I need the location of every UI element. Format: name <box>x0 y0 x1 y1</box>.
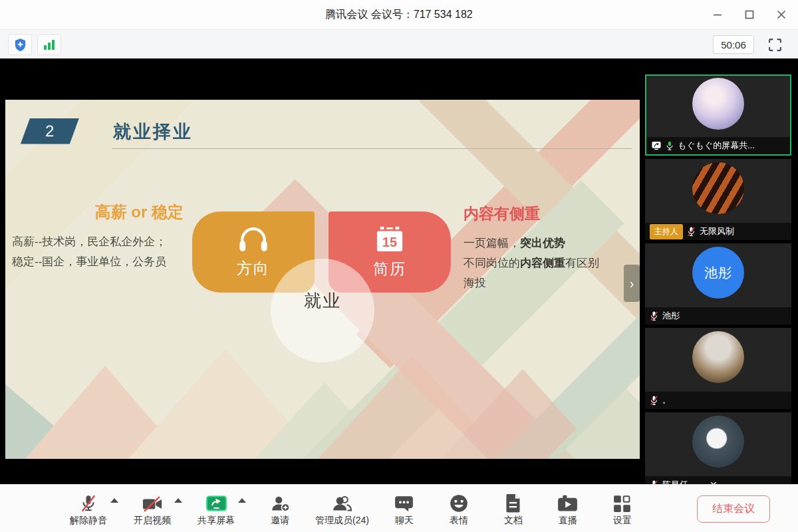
settings-icon <box>613 495 631 513</box>
participant-tile-host[interactable]: 主持人 无限风制 <box>645 159 791 240</box>
slide-right-line3: 海投 <box>464 273 638 293</box>
participant-namebar: もぐもぐ的屏幕共... <box>646 137 790 154</box>
security-shield-icon <box>14 38 27 52</box>
live-stream-button[interactable]: 直播 <box>549 487 587 530</box>
calendar-icon: 15 <box>374 225 406 253</box>
slide-right-heading: 内容有侧重 <box>464 203 638 224</box>
settings-button[interactable]: 设置 <box>603 487 642 530</box>
start-video-button[interactable]: 开启视频 <box>133 487 172 530</box>
invite-icon <box>271 495 290 513</box>
slide-card-direction-label: 方向 <box>237 258 270 279</box>
mic-on-icon <box>666 141 674 151</box>
document-icon <box>505 493 521 513</box>
shared-slide: 2 就业择业 高薪 or 稳定 高薪--技术岗，民企私企外企； 稳定--国企，事… <box>5 100 640 459</box>
participants-sidebar: もぐもぐ的屏幕共... 主持人 无限风制 <box>645 74 791 484</box>
participant-tile-panda[interactable]: 陈昱任 ✕ <box>645 412 791 484</box>
participant-tile-dot[interactable]: 。 <box>645 328 791 409</box>
participant-tile-sharer[interactable]: もぐもぐ的屏幕共... <box>645 74 791 156</box>
slide-title-rule <box>112 148 632 149</box>
slide-title: 就业择业 <box>113 120 193 144</box>
meeting-toolbar-top: 50:06 <box>0 29 798 59</box>
video-options-caret[interactable] <box>174 498 182 503</box>
slide-center-circle-label: 就业 <box>304 289 341 313</box>
participant-namebar: 陈昱任 ✕ <box>645 476 791 484</box>
slide-left-text: 高薪 or 稳定 高薪--技术岗，民企私企外企； 稳定--国企，事业单位，公务员 <box>12 201 188 272</box>
documents-button[interactable]: 文档 <box>494 487 533 530</box>
close-icon[interactable]: ✕ <box>710 479 718 484</box>
mic-muted-icon <box>650 396 658 406</box>
live-icon <box>557 495 578 513</box>
manage-members-button[interactable]: 管理成员(24) <box>315 487 369 530</box>
slide-section-number-badge: 2 <box>21 118 79 144</box>
window-title: 腾讯会议 会议号：717 534 182 <box>325 8 472 22</box>
meeting-timer: 50:06 <box>713 35 754 54</box>
avatar-initials: 池彤 <box>704 264 732 282</box>
participant-tile-chitong[interactable]: 池彤 池彤 <box>645 243 791 325</box>
network-quality-button[interactable] <box>37 34 61 55</box>
network-signal-icon <box>43 39 55 51</box>
title-bar: 腾讯会议 会议号：717 534 182 <box>0 0 798 29</box>
meeting-toolbar-bottom: 解除静音 开启视频 <box>0 484 798 532</box>
avatar <box>692 416 744 467</box>
slide-card-resume-label: 简历 <box>373 259 406 279</box>
camera-off-icon <box>142 495 163 513</box>
avatar: 池彤 <box>692 247 744 299</box>
app-window: 腾讯会议 会议号：717 534 182 <box>0 0 798 532</box>
avatar <box>692 162 744 214</box>
participant-name: 无限风制 <box>700 225 734 237</box>
share-options-caret[interactable] <box>238 498 246 503</box>
minimize-button[interactable] <box>710 7 725 22</box>
host-badge: 主持人 <box>650 224 683 239</box>
chat-button[interactable]: 聊天 <box>385 487 424 530</box>
calendar-day-number: 15 <box>382 235 397 249</box>
mic-muted-icon <box>79 494 98 513</box>
slide-right-text: 内容有侧重 一页篇幅，突出优势 不同岗位的内容侧重有区别 海投 <box>464 203 638 293</box>
participant-name: 。 <box>662 394 671 406</box>
fullscreen-button[interactable] <box>763 35 786 54</box>
slide-left-heading: 高薪 or 稳定 <box>12 201 188 223</box>
next-slide-button[interactable]: › <box>624 265 640 302</box>
participant-name: 陈昱任 <box>662 479 688 484</box>
chat-icon <box>394 495 414 513</box>
headphones-icon <box>235 226 271 253</box>
members-icon <box>332 495 352 513</box>
end-meeting-button[interactable]: 结束会议 <box>697 495 770 523</box>
invite-button[interactable]: 邀请 <box>261 487 299 530</box>
participant-name: もぐもぐ的屏幕共... <box>678 140 755 152</box>
chevron-right-icon: › <box>630 276 634 291</box>
slide-right-line1: 一页篇幅，突出优势 <box>464 233 638 253</box>
maximize-button[interactable] <box>742 7 757 22</box>
participant-namebar: 。 <box>645 392 791 409</box>
shared-screen-stage: 2 就业择业 高薪 or 稳定 高薪--技术岗，民企私企外企； 稳定--国企，事… <box>0 59 798 484</box>
mic-muted-icon <box>687 227 696 237</box>
security-button[interactable] <box>8 34 32 55</box>
mic-options-caret[interactable] <box>110 498 118 503</box>
unmute-button[interactable]: 解除静音 <box>69 487 108 530</box>
slide-left-line1: 高薪--技术岗，民企私企外企； <box>12 232 188 252</box>
mic-muted-icon <box>650 311 658 321</box>
participant-namebar: 池彤 <box>645 307 791 325</box>
slide-center-circle: 就业 <box>271 259 374 362</box>
emoji-button[interactable]: 表情 <box>440 487 478 530</box>
slide-section-number: 2 <box>45 122 54 140</box>
emoji-icon <box>450 494 468 513</box>
close-button[interactable] <box>774 7 789 22</box>
screen-sharing-icon <box>651 141 662 150</box>
fullscreen-icon <box>768 38 782 52</box>
window-controls <box>710 0 789 29</box>
participant-namebar: 主持人 无限风制 <box>645 223 791 240</box>
share-screen-button[interactable]: 共享屏幕 <box>197 487 235 530</box>
avatar <box>692 78 744 130</box>
slide-left-line2: 稳定--国企，事业单位，公务员 <box>12 252 188 272</box>
participant-name: 池彤 <box>662 310 680 322</box>
slide-right-line2: 不同岗位的内容侧重有区别 <box>464 253 638 273</box>
share-screen-icon <box>205 495 227 513</box>
avatar <box>692 331 744 383</box>
